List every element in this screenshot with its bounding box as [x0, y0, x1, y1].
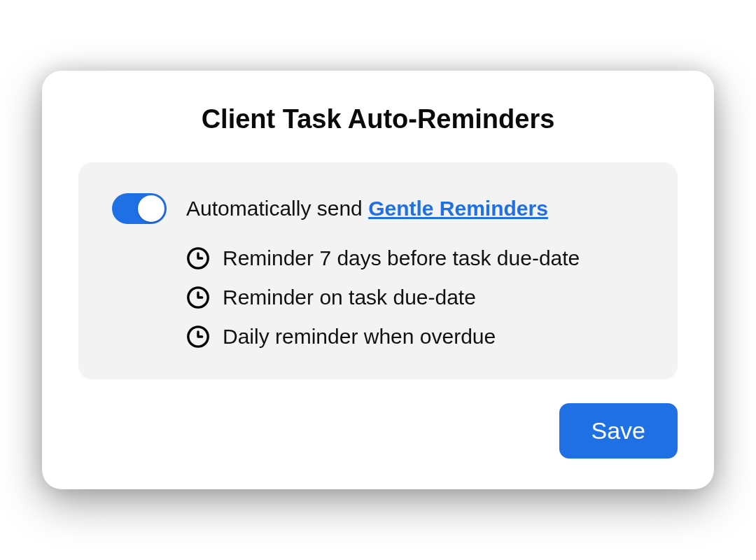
- clock-icon: [186, 246, 210, 270]
- reminder-item: Daily reminder when overdue: [186, 325, 644, 349]
- reminder-text: Daily reminder when overdue: [223, 325, 496, 349]
- clock-icon: [186, 325, 210, 349]
- gentle-reminders-link[interactable]: Gentle Reminders: [368, 197, 548, 220]
- reminder-text: Reminder 7 days before task due-date: [223, 246, 580, 270]
- settings-panel: Automatically send Gentle Reminders Remi…: [78, 162, 678, 379]
- card-footer: Save: [78, 403, 678, 458]
- toggle-knob: [138, 195, 164, 222]
- auto-send-label-prefix: Automatically send: [186, 197, 368, 220]
- auto-send-row: Automatically send Gentle Reminders: [112, 193, 644, 224]
- reminder-list: Reminder 7 days before task due-date Rem…: [112, 246, 644, 349]
- reminder-item: Reminder 7 days before task due-date: [186, 246, 644, 270]
- card-title: Client Task Auto-Reminders: [78, 104, 678, 134]
- save-button[interactable]: Save: [559, 403, 678, 458]
- reminders-card: Client Task Auto-Reminders Automatically…: [42, 71, 714, 489]
- clock-icon: [186, 286, 210, 309]
- auto-send-label: Automatically send Gentle Reminders: [186, 197, 548, 220]
- reminder-text: Reminder on task due-date: [223, 286, 476, 309]
- reminder-item: Reminder on task due-date: [186, 286, 644, 309]
- auto-send-toggle[interactable]: [112, 193, 167, 224]
